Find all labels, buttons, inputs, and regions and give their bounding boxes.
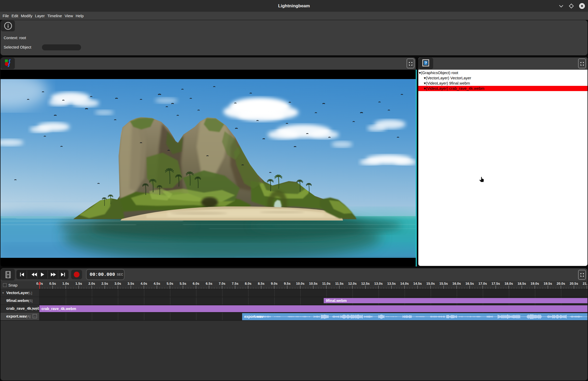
svg-text:?: ? bbox=[425, 61, 427, 65]
